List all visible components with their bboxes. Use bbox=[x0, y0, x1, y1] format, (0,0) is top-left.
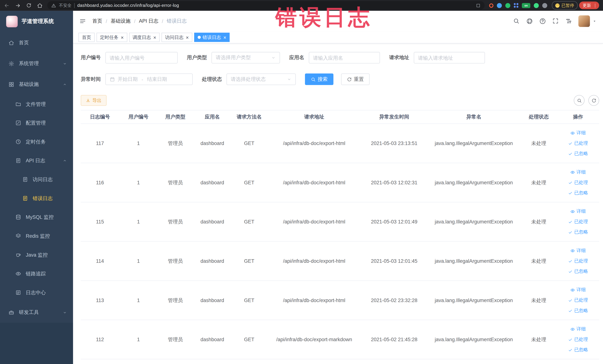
sidebar-item-dev-tools[interactable]: 研发工具 bbox=[0, 302, 73, 323]
profile-paused-badge[interactable]: 已暂停 bbox=[552, 1, 578, 10]
tab-access-log[interactable]: 访问日志× bbox=[162, 33, 192, 42]
sidebar-item-home[interactable]: 首页 bbox=[0, 32, 73, 53]
detail-link[interactable]: 详细 bbox=[570, 248, 586, 254]
eye-icon bbox=[570, 248, 575, 253]
tab-label: 定时任务 bbox=[100, 34, 118, 41]
extension-icon[interactable] bbox=[534, 3, 539, 8]
sidebar-item-config[interactable]: 配置管理 bbox=[0, 114, 73, 132]
app-name-input-field[interactable] bbox=[313, 55, 376, 61]
close-icon[interactable]: × bbox=[185, 35, 189, 40]
processed-link[interactable]: 已处理 bbox=[568, 258, 588, 264]
eye-icon bbox=[15, 271, 21, 277]
tab-home[interactable]: 首页 bbox=[78, 33, 94, 42]
warning-triangle-icon bbox=[51, 3, 56, 8]
tab-job[interactable]: 定时任务× bbox=[97, 33, 127, 42]
browser-update-button[interactable]: 更新 bbox=[579, 1, 599, 9]
process-status-select[interactable]: 请选择处理状态 bbox=[227, 73, 296, 85]
check-icon bbox=[568, 337, 573, 342]
close-icon[interactable]: × bbox=[120, 35, 124, 40]
ignored-link[interactable]: 已忽略 bbox=[568, 269, 588, 274]
search-toggle-button[interactable] bbox=[574, 95, 584, 106]
detail-link[interactable]: 详细 bbox=[570, 169, 586, 175]
sidebar-item-redis[interactable]: Redis 监控 bbox=[0, 227, 73, 246]
forward-icon[interactable] bbox=[15, 2, 21, 8]
cell-id: 117 bbox=[81, 124, 119, 163]
cell-actions: 详细已处理已忽略 bbox=[557, 202, 599, 241]
extension-icon[interactable] bbox=[489, 3, 493, 8]
bookmark-star-icon[interactable] bbox=[476, 3, 481, 8]
processed-link[interactable]: 已处理 bbox=[568, 180, 588, 186]
hamburger-icon bbox=[79, 18, 86, 24]
breadcrumb-item[interactable]: 首页 bbox=[92, 18, 102, 24]
fullscreen-icon[interactable] bbox=[552, 18, 559, 24]
close-icon[interactable]: × bbox=[153, 35, 156, 40]
user-id-input-field[interactable] bbox=[110, 55, 173, 61]
date-range-picker[interactable]: 开始日期 - 结束日期 bbox=[105, 73, 193, 85]
search-button[interactable]: 搜索 bbox=[305, 73, 334, 85]
ignored-link[interactable]: 已忽略 bbox=[568, 229, 588, 235]
breadcrumb-item[interactable]: 基础设施 bbox=[111, 18, 131, 24]
extension-icon[interactable] bbox=[514, 3, 519, 8]
github-icon[interactable] bbox=[526, 18, 533, 24]
start-date-placeholder: 开始日期 bbox=[118, 76, 138, 83]
back-icon[interactable] bbox=[4, 2, 10, 8]
breadcrumb-item[interactable]: API 日志 bbox=[139, 18, 158, 24]
reset-button[interactable]: 重置 bbox=[341, 73, 370, 85]
kebab-menu-icon[interactable] bbox=[593, 3, 598, 8]
sidebar-item-job[interactable]: 定时任务 bbox=[0, 132, 73, 151]
processed-link[interactable]: 已处理 bbox=[568, 140, 588, 146]
sidebar-item-java[interactable]: Java 监控 bbox=[0, 246, 73, 264]
check-icon bbox=[568, 230, 573, 235]
row-action-links: 详细已处理已忽略 bbox=[558, 169, 598, 196]
extension-on-badge[interactable]: on bbox=[522, 3, 530, 8]
sidebar-item-label: 文件管理 bbox=[26, 101, 46, 107]
user-id-input[interactable] bbox=[105, 52, 178, 63]
refresh-button[interactable] bbox=[588, 95, 599, 106]
extension-icon[interactable] bbox=[497, 3, 502, 8]
sidebar-item-access-log[interactable]: 访问日志 bbox=[0, 170, 73, 189]
user-type-select[interactable]: 请选择用户类型 bbox=[211, 52, 280, 63]
app-logo-row[interactable]: 芋道管理系统 bbox=[0, 11, 73, 32]
request-url-input-field[interactable] bbox=[418, 55, 481, 61]
app-name-input[interactable] bbox=[309, 52, 380, 63]
security-label: 不安全 bbox=[59, 2, 71, 8]
home-icon[interactable] bbox=[37, 2, 43, 8]
detail-link[interactable]: 详细 bbox=[570, 208, 586, 214]
processed-link[interactable]: 已处理 bbox=[568, 219, 588, 224]
reload-icon[interactable] bbox=[26, 3, 32, 8]
sidebar-item-error-log[interactable]: 错误日志 bbox=[0, 189, 73, 208]
tab-job-log[interactable]: 调度日志× bbox=[129, 33, 160, 42]
sidebar-toggle-icon[interactable] bbox=[79, 18, 86, 24]
request-url-input[interactable] bbox=[414, 52, 485, 63]
processed-link[interactable]: 已处理 bbox=[568, 297, 588, 303]
cell-url: /api/infra/db-doc/export-html bbox=[267, 241, 361, 281]
tab-error-log[interactable]: 错误日志× bbox=[194, 33, 230, 42]
help-icon[interactable] bbox=[539, 18, 546, 24]
ignored-link[interactable]: 已忽略 bbox=[568, 190, 588, 196]
detail-link[interactable]: 详细 bbox=[570, 130, 586, 136]
export-button[interactable]: 导出 bbox=[81, 95, 107, 106]
processed-link[interactable]: 已处理 bbox=[568, 337, 588, 342]
sidebar-item-system[interactable]: 系统管理 bbox=[0, 53, 73, 74]
sidebar-item-api-log[interactable]: API 日志 bbox=[0, 151, 73, 170]
search-icon[interactable] bbox=[513, 18, 520, 24]
ignored-link[interactable]: 已忽略 bbox=[568, 347, 588, 353]
sidebar-item-file[interactable]: 文件管理 bbox=[0, 94, 73, 114]
user-menu[interactable] bbox=[578, 15, 597, 27]
extension-icon[interactable] bbox=[505, 3, 510, 8]
puzzle-extension-icon[interactable] bbox=[542, 3, 547, 8]
sidebar-item-mysql[interactable]: MySQL 监控 bbox=[0, 208, 73, 227]
ignored-link[interactable]: 已忽略 bbox=[568, 308, 588, 314]
ignored-link[interactable]: 已忽略 bbox=[568, 151, 588, 156]
sidebar-item-infra[interactable]: 基础设施 bbox=[0, 74, 73, 94]
sidebar-item-trace[interactable]: 链路追踪 bbox=[0, 264, 73, 283]
detail-link[interactable]: 详细 bbox=[570, 326, 586, 332]
filter-request-url: 请求地址 bbox=[389, 52, 485, 63]
detail-link[interactable]: 详细 bbox=[570, 287, 586, 293]
font-size-icon[interactable] bbox=[565, 18, 572, 24]
database-icon bbox=[15, 214, 21, 220]
page-content: 用户编号 用户类型 请选择用户类型 bbox=[73, 43, 603, 364]
address-bar[interactable]: 不安全 dashboard.yudao.iocoder.cn/infra/log… bbox=[47, 1, 485, 10]
close-icon[interactable]: × bbox=[223, 35, 226, 40]
sidebar-item-log-center[interactable]: 日志中心 bbox=[0, 283, 73, 302]
